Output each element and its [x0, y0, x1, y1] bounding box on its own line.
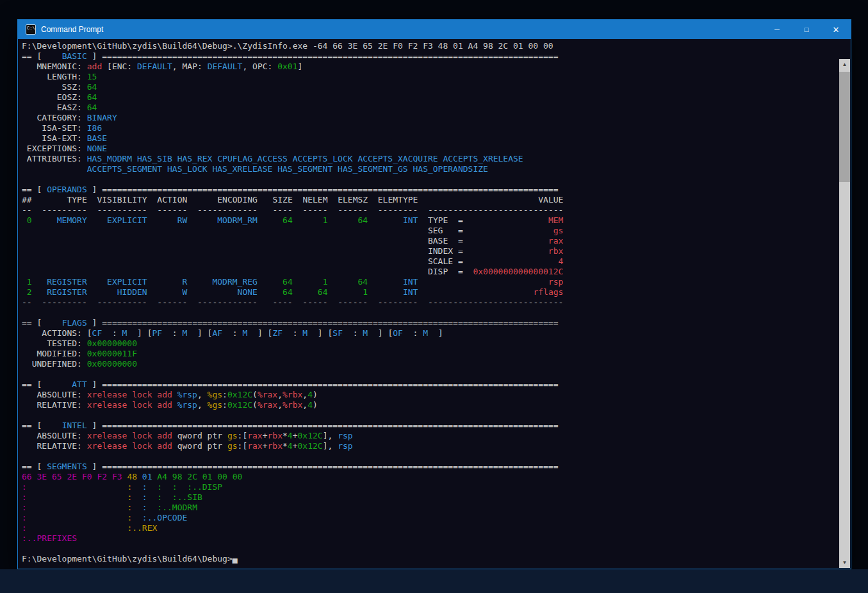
console-line: CATEGORY: BINARY	[22, 113, 835, 123]
console-line: ATTRIBUTES: HAS_MODRM HAS_SIB HAS_REX CP…	[22, 154, 835, 164]
console-line: == [ BASIC ] ===========================…	[22, 51, 835, 62]
console-line: :..PREFIXES	[22, 533, 835, 544]
close-button[interactable]: ✕	[821, 20, 851, 39]
console-line: -- --------- ---------- ------ ---------…	[22, 297, 835, 308]
console-line: : :..REX	[22, 523, 835, 533]
console-line: EASZ: 64	[22, 103, 835, 113]
console-line: == [ FLAGS ] ===========================…	[22, 318, 835, 328]
console-line: ABSOLUTE: xrelease lock add %rsp, %gs:0x…	[22, 390, 835, 400]
close-icon: ✕	[833, 25, 840, 35]
console-line: F:\Development\GitHub\zydis\Build64\Debu…	[22, 554, 835, 564]
console-line: EXCEPTIONS: NONE	[22, 144, 835, 154]
console-line: 1 REGISTER EXPLICIT R MODRM_REG 64 1 64 …	[22, 277, 835, 287]
minimize-icon: ─	[774, 26, 780, 33]
window-controls: ─ □ ✕	[762, 20, 851, 39]
desktop-background: { "window": { "title": "Command Prompt",…	[0, 0, 868, 593]
console-line: : : : : : :..DISP	[22, 482, 835, 492]
console-line: ISA-EXT: BASE	[22, 133, 835, 144]
console-line: LENGTH: 15	[22, 72, 835, 82]
console-line: ISA-SET: I86	[22, 123, 835, 133]
console-line: == [ ATT ] =============================…	[22, 380, 835, 390]
console-line: RELATIVE: xrelease lock add qword ptr gs…	[22, 441, 835, 451]
console-line: EOSZ: 64	[22, 92, 835, 103]
console-line: ABSOLUTE: xrelease lock add qword ptr gs…	[22, 431, 835, 441]
scroll-down-icon: ▼	[842, 560, 848, 565]
console-line: ACTIONS: [CF : M ] [PF : M ] [AF : M ] […	[22, 328, 835, 338]
console-line: == [ INTEL ] ===========================…	[22, 421, 835, 431]
console-line: MNEMONIC: add [ENC: DEFAULT, MAP: DEFAUL…	[22, 62, 835, 72]
minimize-button[interactable]: ─	[762, 20, 792, 39]
console-line	[22, 174, 835, 185]
console-line: UNDEFINED: 0x00000000	[22, 359, 835, 369]
scrollbar-track[interactable]	[839, 70, 850, 557]
desktop-bottom-strip	[0, 569, 868, 593]
console-line: 0 MEMORY EXPLICIT RW MODRM_RM 64 1 64 IN…	[22, 215, 835, 226]
cmd-app-icon[interactable]: C:\	[26, 24, 36, 35]
console-line: : : : :..MODRM	[22, 503, 835, 513]
console-line: RELATIVE: xrelease lock add %rsp, %gs:0x…	[22, 400, 835, 410]
console-line: ACCEPTS_SEGMENT HAS_LOCK HAS_XRELEASE HA…	[22, 164, 835, 174]
command-prompt-window: C:\ Command Prompt ─ □ ✕ F:\Development\…	[17, 19, 851, 569]
scroll-up-button[interactable]: ▲	[839, 59, 850, 70]
console-line	[22, 369, 835, 380]
maximize-button[interactable]: □	[792, 20, 821, 39]
console-line: DISP = 0x000000000000012C	[22, 267, 835, 277]
window-title: Command Prompt	[41, 25, 762, 34]
console-line: : : :..OPCODE	[22, 513, 835, 523]
console-line	[22, 451, 835, 462]
scrollbar-thumb[interactable]	[839, 72, 850, 182]
console-line: == [ SEGMENTS ] ========================…	[22, 462, 835, 472]
titlebar[interactable]: C:\ Command Prompt ─ □ ✕	[18, 20, 851, 39]
console-line: TESTED: 0x00000000	[22, 338, 835, 349]
console-line: F:\Development\GitHub\zydis\Build64\Debu…	[22, 41, 835, 51]
console-line	[22, 544, 835, 554]
console-line: ## TYPE VISIBILITY ACTION ENCODING SIZE …	[22, 195, 835, 205]
console-line: : : : : :..SIB	[22, 492, 835, 503]
console-line: SEG = gs	[22, 226, 835, 236]
console-line	[22, 410, 835, 421]
console-line	[22, 308, 835, 318]
console-line: 2 REGISTER HIDDEN W NONE 64 64 1 INT rfl…	[22, 287, 835, 297]
console-line: INDEX = rbx	[22, 246, 835, 256]
console-line: SCALE = 4	[22, 256, 835, 267]
console-screen[interactable]: F:\Development\GitHub\zydis\Build64\Debu…	[18, 39, 851, 569]
console-line: BASE = rax	[22, 236, 835, 246]
console-output: F:\Development\GitHub\zydis\Build64\Debu…	[18, 39, 851, 564]
console-line: MODIFIED: 0x0000011F	[22, 349, 835, 359]
maximize-icon: □	[805, 26, 809, 33]
console-line: SSZ: 64	[22, 82, 835, 92]
scroll-down-button[interactable]: ▼	[839, 557, 850, 568]
console-line: -- --------- ---------- ------ ---------…	[22, 205, 835, 215]
console-line: 66 3E 65 2E F0 F2 F3 48 01 A4 98 2C 01 0…	[22, 472, 835, 482]
scroll-up-icon: ▲	[842, 62, 848, 67]
scrollbar[interactable]: ▲ ▼	[839, 59, 850, 568]
console-line: == [ OPERANDS ] ========================…	[22, 185, 835, 195]
